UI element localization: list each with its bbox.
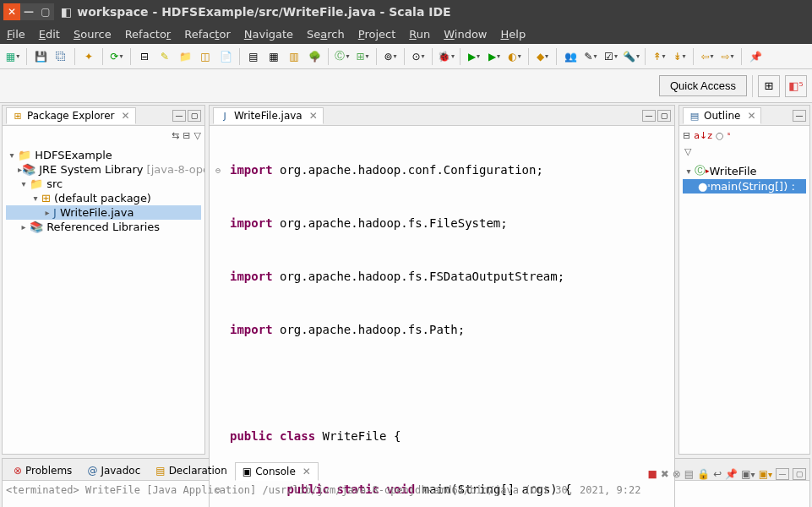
refresh-button[interactable]: ⟳▾	[107, 47, 126, 66]
new-button[interactable]: ▦▾	[3, 47, 22, 66]
package-button[interactable]: ⊞▾	[353, 47, 372, 66]
team-button[interactable]: 👥	[561, 47, 580, 66]
inspect-button[interactable]: ⊙▾	[409, 47, 428, 66]
close-window-button[interactable]: ✕	[3, 3, 20, 20]
back-button[interactable]: ⇦▾	[698, 47, 717, 66]
global-button[interactable]: ⊚▾	[381, 47, 400, 66]
outline-tab[interactable]: ▤ Outline ✕	[683, 107, 761, 124]
word-wrap-button[interactable]: ↩	[713, 468, 722, 480]
close-tab-icon[interactable]: ✕	[309, 110, 318, 122]
outline-method-main[interactable]: ●ˢmain(String[]) :	[683, 179, 806, 194]
menu-source[interactable]: Source	[67, 25, 118, 43]
box-button[interactable]: ◫	[196, 47, 215, 66]
hide-fields-icon[interactable]: ○	[716, 130, 724, 141]
terminate-button[interactable]: ■	[647, 468, 657, 480]
window-title: workspace - HDFSExample/src/WriteFile.ja…	[77, 5, 450, 19]
search-button[interactable]: 🔦▾	[622, 47, 640, 66]
code-editor[interactable]: ⊖import org.apache.hadoop.conf.Configura…	[210, 126, 674, 507]
menu-refactor[interactable]: Refactor	[118, 25, 178, 43]
hide-static-icon[interactable]: ˢ	[728, 130, 731, 141]
display-console-button[interactable]: ▣▾	[741, 468, 755, 480]
quick-access-button[interactable]: Quick Access	[659, 75, 747, 96]
package-explorer-toolbar: ⇆ ⊟ ▽	[3, 126, 204, 144]
close-outline-icon[interactable]: ✕	[747, 110, 755, 122]
prev-ann-button[interactable]: ↟▾	[650, 47, 668, 66]
menu-navigate[interactable]: Navigate	[237, 25, 300, 43]
access-bar: Quick Access ⊞ ◧⁵	[0, 69, 812, 103]
forward-button[interactable]: ⇨▾	[718, 47, 737, 66]
close-console-icon[interactable]: ✕	[302, 466, 311, 477]
package-explorer-tab[interactable]: ⊞ Package Explorer ✕	[6, 107, 136, 124]
pin-console-button[interactable]: 📌	[725, 468, 738, 480]
tab-console[interactable]: ▣Console✕	[235, 462, 319, 481]
menu-window[interactable]: Window	[437, 25, 493, 43]
close-icon[interactable]: ✕	[122, 110, 130, 122]
pin-button[interactable]: 📌	[746, 47, 765, 66]
maximize-window-button[interactable]: ▢	[37, 3, 54, 20]
wizard-button[interactable]: ✦	[79, 47, 98, 66]
tree-src[interactable]: ▾📁 src	[6, 177, 201, 191]
panel3-button[interactable]: ▥	[285, 47, 303, 66]
editor-tab-writefile[interactable]: J WriteFile.java ✕	[213, 107, 324, 124]
filter-icon[interactable]: ▽	[194, 130, 201, 141]
console-icon: ▣	[243, 466, 252, 477]
panel2-button[interactable]: ▦	[264, 47, 283, 66]
save-button[interactable]: 💾	[31, 47, 50, 66]
editor-minimize-button[interactable]: —	[642, 110, 656, 122]
debug-button[interactable]: 🐞▾	[437, 47, 455, 66]
task-button[interactable]: ☑▾	[602, 47, 620, 66]
bottom-min-button[interactable]: —	[776, 468, 789, 480]
maximize-view-button[interactable]: ▢	[188, 110, 201, 122]
clear-console-button[interactable]: ▤	[684, 468, 694, 480]
folder-button[interactable]: 📁	[176, 47, 194, 66]
editor-maximize-button[interactable]: ▢	[657, 110, 671, 122]
scroll-lock-button[interactable]: 🔒	[697, 468, 710, 480]
menu-search[interactable]: Search	[300, 25, 352, 43]
collapse-all-icon[interactable]: ⇆	[172, 130, 179, 141]
outline-tree[interactable]: ▾Ⓒ▸WriteFile ●ˢmain(String[]) :	[679, 159, 809, 454]
tab-problems[interactable]: ⊗Problems	[6, 461, 79, 480]
tree-button[interactable]: 🌳	[305, 47, 324, 66]
scala-perspective-button[interactable]: ◧⁵	[785, 75, 807, 97]
toggle-button[interactable]: ⊟	[135, 47, 154, 66]
tree-file-writefile[interactable]: ▸J WriteFile.java	[6, 205, 201, 220]
outline-menu-icon[interactable]: ▽	[679, 144, 809, 159]
tree-jre[interactable]: ▸📚 JRE System Library [java-8-ope	[6, 162, 201, 177]
az-icon[interactable]: a↓z	[694, 130, 712, 141]
remove-launch-button[interactable]: ✖	[661, 468, 669, 480]
coverage-button[interactable]: ◐▾	[505, 47, 524, 66]
tree-package[interactable]: ▾⊞ (default package)	[6, 191, 201, 205]
outline-class[interactable]: ▾Ⓒ▸WriteFile	[683, 162, 806, 179]
menu-file[interactable]: File	[0, 25, 32, 43]
next-ann-button[interactable]: ↡▾	[670, 47, 689, 66]
tree-refs[interactable]: ▸📚 Referenced Libraries	[6, 220, 201, 234]
run-button[interactable]: ▶▾	[465, 47, 483, 66]
tab-javadoc[interactable]: @Javadoc	[79, 461, 148, 480]
panel1-button[interactable]: ▤	[244, 47, 263, 66]
menu-help[interactable]: Help	[493, 25, 532, 43]
menu-run[interactable]: Run	[402, 25, 437, 43]
menu-refactor-2[interactable]: Refactor	[177, 25, 237, 43]
link-editor-icon[interactable]: ⊟	[183, 130, 190, 141]
open-perspective-button[interactable]: ⊞	[758, 75, 780, 97]
class-button[interactable]: Ⓒ▾	[333, 47, 352, 66]
outline-icon: ▤	[689, 110, 700, 122]
file-button[interactable]: 📄	[216, 47, 235, 66]
open-console-button[interactable]: ▣▾	[759, 468, 772, 480]
save-all-button[interactable]: ⿻	[52, 47, 70, 66]
bottom-max-button[interactable]: ▢	[793, 468, 806, 480]
highlight-button[interactable]: ✎	[155, 47, 174, 66]
tool-button[interactable]: ✎▾	[581, 47, 600, 66]
ext-button[interactable]: ◆▾	[533, 47, 552, 66]
menu-project[interactable]: Project	[352, 25, 403, 43]
minimize-window-button[interactable]: —	[20, 3, 37, 20]
menu-edit[interactable]: Edit	[32, 25, 67, 43]
minimize-view-button[interactable]: —	[172, 110, 186, 122]
run-last-button[interactable]: ▶▾	[485, 47, 504, 66]
package-explorer-tree[interactable]: ▾📁 HDFSExample ▸📚 JRE System Library [ja…	[3, 144, 204, 454]
remove-all-button[interactable]: ⊗	[673, 468, 681, 480]
outline-min-button[interactable]: —	[793, 110, 806, 122]
tab-declaration[interactable]: ▤Declaration	[148, 461, 235, 480]
sort-icon[interactable]: ⊟	[683, 130, 690, 141]
tree-project[interactable]: ▾📁 HDFSExample	[6, 148, 201, 162]
